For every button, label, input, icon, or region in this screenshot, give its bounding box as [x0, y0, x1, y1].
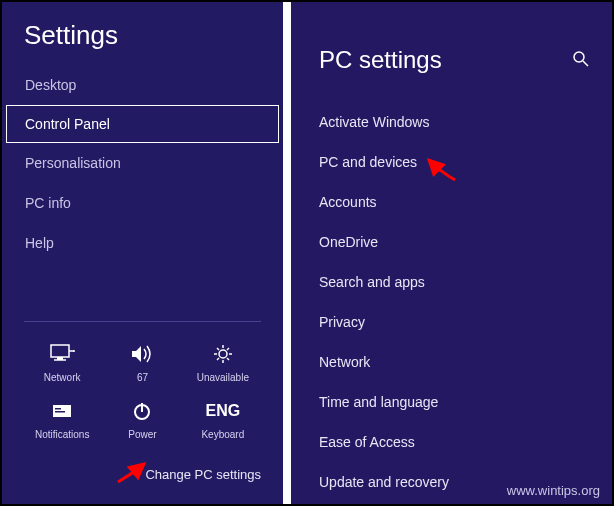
svg-rect-16	[55, 408, 61, 410]
pc-item-network[interactable]: Network	[291, 342, 612, 382]
power-label: Power	[128, 429, 156, 440]
svg-marker-5	[132, 346, 141, 362]
keyboard-lang-text: ENG	[205, 397, 240, 425]
speaker-icon	[129, 340, 155, 368]
pc-settings-panel: PC settings Activate Windows PC and devi…	[291, 2, 612, 504]
change-pc-settings-link[interactable]: Change PC settings	[145, 467, 261, 482]
svg-point-6	[219, 350, 227, 358]
volume-tile[interactable]: 67	[104, 336, 180, 387]
pc-item-onedrive[interactable]: OneDrive	[291, 222, 612, 262]
power-icon	[129, 397, 155, 425]
network-tile[interactable]: Network	[24, 336, 100, 387]
network-label: Network	[44, 372, 81, 383]
svg-point-21	[574, 52, 584, 62]
keyboard-tile[interactable]: ENG Keyboard	[185, 393, 261, 444]
brightness-label: Unavailable	[197, 372, 249, 383]
svg-line-14	[227, 348, 229, 350]
pc-item-accounts[interactable]: Accounts	[291, 182, 612, 222]
settings-charm-panel: Settings Desktop Control Panel Personali…	[2, 2, 283, 504]
svg-line-13	[217, 358, 219, 360]
settings-item-help[interactable]: Help	[2, 223, 283, 263]
settings-item-pc-info[interactable]: PC info	[2, 183, 283, 223]
svg-point-4	[73, 350, 75, 352]
pc-item-ease-of-access[interactable]: Ease of Access	[291, 422, 612, 462]
settings-item-personalisation[interactable]: Personalisation	[2, 143, 283, 183]
pc-item-pc-and-devices[interactable]: PC and devices	[291, 142, 612, 182]
notifications-label: Notifications	[35, 429, 89, 440]
svg-line-22	[583, 61, 588, 66]
settings-title: Settings	[2, 20, 283, 51]
search-icon[interactable]	[572, 50, 590, 72]
settings-item-desktop[interactable]: Desktop	[2, 65, 283, 105]
pc-item-privacy[interactable]: Privacy	[291, 302, 612, 342]
svg-line-12	[227, 358, 229, 360]
pc-settings-title: PC settings	[291, 46, 612, 74]
volume-label: 67	[137, 372, 148, 383]
power-tile[interactable]: Power	[104, 393, 180, 444]
svg-rect-17	[55, 411, 65, 413]
watermark: www.wintips.org	[507, 483, 600, 498]
pc-item-time-and-language[interactable]: Time and language	[291, 382, 612, 422]
network-icon	[49, 340, 75, 368]
quick-settings-tiles: Network 67 Unavailable Notifications	[24, 321, 261, 444]
notifications-icon	[49, 397, 75, 425]
keyboard-label: Keyboard	[201, 429, 244, 440]
svg-rect-0	[51, 345, 69, 357]
pc-item-activate-windows[interactable]: Activate Windows	[291, 102, 612, 142]
notifications-tile[interactable]: Notifications	[24, 393, 100, 444]
pc-item-search-and-apps[interactable]: Search and apps	[291, 262, 612, 302]
settings-item-control-panel[interactable]: Control Panel	[6, 105, 279, 143]
brightness-tile[interactable]: Unavailable	[185, 336, 261, 387]
sun-icon	[210, 340, 236, 368]
svg-line-11	[217, 348, 219, 350]
